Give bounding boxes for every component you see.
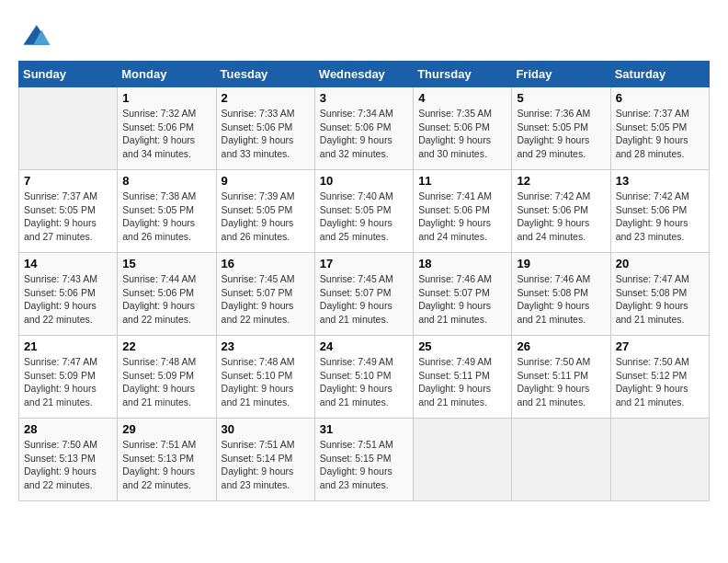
sunrise-label: Sunrise: 7:48 AM	[122, 356, 196, 367]
daylight-label: Daylight: 9 hours and 27 minutes.	[24, 217, 97, 242]
sunrise-label: Sunrise: 7:39 AM	[222, 190, 295, 201]
sunrise-label: Sunrise: 7:45 AM	[320, 273, 393, 284]
day-info: Sunrise: 7:37 AM Sunset: 5:05 PM Dayligh…	[24, 190, 112, 244]
calendar-cell: 8 Sunrise: 7:38 AM Sunset: 5:05 PM Dayli…	[118, 170, 216, 253]
day-info: Sunrise: 7:35 AM Sunset: 5:06 PM Dayligh…	[418, 107, 506, 161]
weekday-wednesday: Wednesday	[314, 62, 413, 87]
sunrise-label: Sunrise: 7:34 AM	[320, 108, 393, 119]
logo	[18, 18, 55, 52]
sunset-label: Sunset: 5:09 PM	[24, 370, 96, 381]
day-info: Sunrise: 7:39 AM Sunset: 5:05 PM Dayligh…	[222, 190, 310, 244]
sunrise-label: Sunrise: 7:35 AM	[418, 108, 492, 119]
weekday-sunday: Sunday	[19, 62, 118, 87]
sunset-label: Sunset: 5:06 PM	[418, 204, 490, 215]
sunrise-label: Sunrise: 7:50 AM	[616, 356, 689, 367]
calendar-cell: 7 Sunrise: 7:37 AM Sunset: 5:05 PM Dayli…	[19, 170, 118, 253]
sunset-label: Sunset: 5:10 PM	[222, 370, 293, 381]
weekday-monday: Monday	[118, 62, 216, 87]
calendar-cell	[19, 87, 118, 170]
sunset-label: Sunset: 5:12 PM	[616, 370, 688, 381]
page-header	[18, 18, 710, 52]
day-number: 19	[517, 257, 605, 270]
calendar-cell: 16 Sunrise: 7:45 AM Sunset: 5:07 PM Dayl…	[216, 253, 314, 336]
calendar-cell: 27 Sunrise: 7:50 AM Sunset: 5:12 PM Dayl…	[610, 336, 709, 419]
daylight-label: Daylight: 9 hours and 24 minutes.	[418, 217, 491, 242]
calendar-cell: 22 Sunrise: 7:48 AM Sunset: 5:09 PM Dayl…	[118, 336, 216, 419]
sunset-label: Sunset: 5:06 PM	[418, 121, 490, 132]
sunset-label: Sunset: 5:07 PM	[320, 287, 392, 298]
daylight-label: Daylight: 9 hours and 24 minutes.	[517, 217, 589, 242]
day-info: Sunrise: 7:36 AM Sunset: 5:05 PM Dayligh…	[517, 107, 605, 161]
day-info: Sunrise: 7:48 AM Sunset: 5:09 PM Dayligh…	[122, 355, 210, 409]
day-info: Sunrise: 7:51 AM Sunset: 5:14 PM Dayligh…	[222, 438, 310, 492]
calendar-cell: 17 Sunrise: 7:45 AM Sunset: 5:07 PM Dayl…	[314, 253, 413, 336]
day-number: 8	[122, 174, 210, 188]
sunset-label: Sunset: 5:05 PM	[517, 121, 588, 132]
day-number: 20	[616, 257, 704, 270]
day-number: 14	[24, 257, 112, 270]
day-number: 24	[320, 339, 408, 353]
daylight-label: Daylight: 9 hours and 30 minutes.	[418, 134, 491, 159]
day-number: 9	[222, 174, 310, 188]
daylight-label: Daylight: 9 hours and 21 minutes.	[418, 300, 491, 325]
sunrise-label: Sunrise: 7:37 AM	[24, 190, 97, 201]
sunrise-label: Sunrise: 7:50 AM	[24, 439, 97, 450]
calendar-cell: 2 Sunrise: 7:33 AM Sunset: 5:06 PM Dayli…	[216, 87, 314, 170]
daylight-label: Daylight: 9 hours and 21 minutes.	[418, 383, 491, 408]
day-number: 17	[320, 257, 408, 270]
day-info: Sunrise: 7:50 AM Sunset: 5:12 PM Dayligh…	[616, 355, 704, 409]
day-number: 3	[320, 91, 408, 105]
weekday-header-row: SundayMondayTuesdayWednesdayThursdayFrid…	[19, 62, 710, 87]
day-number: 18	[418, 257, 506, 270]
sunrise-label: Sunrise: 7:51 AM	[320, 439, 393, 450]
sunset-label: Sunset: 5:11 PM	[418, 370, 490, 381]
day-info: Sunrise: 7:47 AM Sunset: 5:08 PM Dayligh…	[616, 272, 704, 327]
day-info: Sunrise: 7:32 AM Sunset: 5:06 PM Dayligh…	[122, 107, 210, 161]
calendar-week-5: 28 Sunrise: 7:50 AM Sunset: 5:13 PM Dayl…	[19, 419, 710, 501]
daylight-label: Daylight: 9 hours and 21 minutes.	[24, 383, 97, 408]
calendar-cell: 28 Sunrise: 7:50 AM Sunset: 5:13 PM Dayl…	[19, 419, 118, 501]
day-info: Sunrise: 7:44 AM Sunset: 5:06 PM Dayligh…	[122, 272, 210, 327]
day-info: Sunrise: 7:46 AM Sunset: 5:07 PM Dayligh…	[418, 272, 506, 327]
calendar-cell: 31 Sunrise: 7:51 AM Sunset: 5:15 PM Dayl…	[314, 419, 413, 501]
day-info: Sunrise: 7:46 AM Sunset: 5:08 PM Dayligh…	[517, 272, 605, 327]
sunrise-label: Sunrise: 7:42 AM	[517, 190, 590, 201]
day-info: Sunrise: 7:50 AM Sunset: 5:13 PM Dayligh…	[24, 438, 112, 492]
calendar-cell: 18 Sunrise: 7:46 AM Sunset: 5:07 PM Dayl…	[414, 253, 512, 336]
day-info: Sunrise: 7:45 AM Sunset: 5:07 PM Dayligh…	[222, 272, 310, 327]
day-info: Sunrise: 7:45 AM Sunset: 5:07 PM Dayligh…	[320, 272, 408, 327]
daylight-label: Daylight: 9 hours and 21 minutes.	[616, 383, 688, 408]
day-number: 7	[24, 174, 112, 188]
day-number: 28	[24, 422, 112, 436]
daylight-label: Daylight: 9 hours and 25 minutes.	[320, 217, 392, 242]
daylight-label: Daylight: 9 hours and 22 minutes.	[222, 300, 294, 325]
day-info: Sunrise: 7:37 AM Sunset: 5:05 PM Dayligh…	[616, 107, 704, 161]
daylight-label: Daylight: 9 hours and 33 minutes.	[222, 134, 294, 159]
day-number: 26	[517, 339, 605, 353]
calendar-week-4: 21 Sunrise: 7:47 AM Sunset: 5:09 PM Dayl…	[19, 336, 710, 419]
day-info: Sunrise: 7:49 AM Sunset: 5:11 PM Dayligh…	[418, 355, 506, 409]
day-number: 29	[122, 422, 210, 436]
sunrise-label: Sunrise: 7:47 AM	[24, 356, 97, 367]
daylight-label: Daylight: 9 hours and 21 minutes.	[320, 300, 392, 325]
calendar-cell: 24 Sunrise: 7:49 AM Sunset: 5:10 PM Dayl…	[314, 336, 413, 419]
sunrise-label: Sunrise: 7:40 AM	[320, 190, 393, 201]
sunset-label: Sunset: 5:06 PM	[122, 121, 194, 132]
sunset-label: Sunset: 5:13 PM	[24, 453, 96, 464]
sunrise-label: Sunrise: 7:38 AM	[122, 190, 196, 201]
day-number: 15	[122, 257, 210, 270]
sunset-label: Sunset: 5:05 PM	[320, 204, 392, 215]
sunset-label: Sunset: 5:07 PM	[222, 287, 293, 298]
calendar-cell: 15 Sunrise: 7:44 AM Sunset: 5:06 PM Dayl…	[118, 253, 216, 336]
calendar-body: 1 Sunrise: 7:32 AM Sunset: 5:06 PM Dayli…	[19, 87, 710, 501]
day-number: 6	[616, 91, 704, 105]
daylight-label: Daylight: 9 hours and 32 minutes.	[320, 134, 392, 159]
daylight-label: Daylight: 9 hours and 26 minutes.	[122, 217, 195, 242]
daylight-label: Daylight: 9 hours and 23 minutes.	[320, 465, 392, 490]
sunset-label: Sunset: 5:07 PM	[418, 287, 490, 298]
calendar-cell	[610, 419, 709, 501]
sunset-label: Sunset: 5:11 PM	[517, 370, 588, 381]
sunrise-label: Sunrise: 7:49 AM	[320, 356, 393, 367]
calendar-table: SundayMondayTuesdayWednesdayThursdayFrid…	[18, 61, 710, 501]
calendar-cell: 29 Sunrise: 7:51 AM Sunset: 5:13 PM Dayl…	[118, 419, 216, 501]
